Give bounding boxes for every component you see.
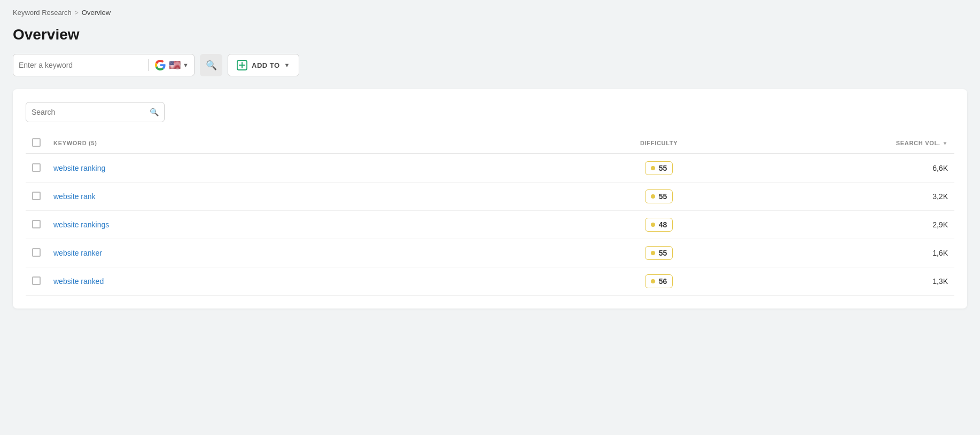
row-checkbox-3[interactable] [32,248,41,257]
table-row: website rankings 48 2,9K [26,211,954,239]
flag-emoji: 🇺🇸 [169,59,181,71]
row-difficulty-cell: 56 [545,267,772,296]
keywords-table: KEYWORD (5) DIFFICULTY SEARCH VOL. ▼ [26,133,954,296]
add-to-label: ADD TO [252,61,280,69]
keyword-divider [148,59,149,71]
row-checkbox-0[interactable] [32,163,41,172]
table-row: website rank 55 3,2K [26,183,954,211]
th-search-vol[interactable]: SEARCH VOL. ▼ [773,133,954,154]
row-keyword-cell: website rank [47,183,545,211]
keyword-link-4[interactable]: website ranked [53,277,104,286]
difficulty-badge-3: 55 [645,246,673,260]
row-keyword-cell: website ranked [47,267,545,296]
search-bar-row: 🇺🇸 ▼ 🔍 ADD TO ▼ [13,54,967,76]
row-searchvol-cell: 2,9K [773,211,954,239]
search-vol-value-1: 3,2K [932,192,948,201]
table-row: website ranker 55 1,6K [26,239,954,267]
breadcrumb-root[interactable]: Keyword Research [13,9,72,17]
table-search-input[interactable] [32,108,145,116]
row-keyword-cell: website ranking [47,154,545,183]
search-vol-value-2: 2,9K [932,220,948,229]
breadcrumb: Keyword Research > Overview [13,9,967,17]
table-row: website ranked 56 1,3K [26,267,954,296]
add-to-button[interactable]: ADD TO ▼ [228,54,299,76]
search-vol-value-3: 1,6K [932,249,948,257]
row-difficulty-cell: 55 [545,183,772,211]
difficulty-badge-0: 55 [645,161,673,175]
difficulty-dot-3 [651,251,655,255]
row-difficulty-cell: 55 [545,239,772,267]
add-to-chevron-icon: ▼ [284,62,290,68]
table-search-wrapper: 🔍 [26,102,165,122]
search-button[interactable]: 🔍 [200,54,222,76]
row-checkbox-cell [26,183,47,211]
row-keyword-cell: website ranker [47,239,545,267]
row-checkbox-2[interactable] [32,220,41,228]
keyword-input-wrapper: 🇺🇸 ▼ [13,54,195,76]
row-difficulty-cell: 48 [545,211,772,239]
keyword-input[interactable] [19,61,142,69]
row-checkbox-cell [26,267,47,296]
row-checkbox-1[interactable] [32,192,41,200]
table-search-row: 🔍 [26,102,954,122]
row-searchvol-cell: 3,2K [773,183,954,211]
flag-selector[interactable]: 🇺🇸 ▼ [169,59,189,71]
row-checkbox-cell [26,239,47,267]
search-magnifier-icon: 🔍 [206,60,217,71]
row-checkbox-cell [26,154,47,183]
page-title: Overview [13,26,967,43]
keyword-link-1[interactable]: website rank [53,192,96,201]
select-all-checkbox[interactable] [32,138,41,147]
row-difficulty-cell: 55 [545,154,772,183]
difficulty-badge-2: 48 [645,218,673,232]
difficulty-badge-4: 56 [645,274,673,288]
google-icon [155,60,166,70]
search-vol-value-0: 6,6K [932,164,948,172]
flag-chevron-icon: ▼ [183,62,189,68]
table-search-icon: 🔍 [150,108,159,116]
breadcrumb-current: Overview [82,9,111,17]
difficulty-dot-0 [651,166,655,170]
table-row: website ranking 55 6,6K [26,154,954,183]
th-difficulty: DIFFICULTY [545,133,772,154]
row-checkbox-4[interactable] [32,276,41,285]
keyword-link-2[interactable]: website rankings [53,220,109,229]
sort-icon: ▼ [942,140,948,146]
difficulty-badge-1: 55 [645,189,673,203]
row-checkbox-cell [26,211,47,239]
keyword-link-0[interactable]: website ranking [53,164,105,172]
row-searchvol-cell: 1,3K [773,267,954,296]
row-keyword-cell: website rankings [47,211,545,239]
row-searchvol-cell: 1,6K [773,239,954,267]
difficulty-dot-1 [651,194,655,199]
row-searchvol-cell: 6,6K [773,154,954,183]
difficulty-dot-2 [651,223,655,227]
difficulty-dot-4 [651,279,655,283]
main-card: 🔍 KEYWORD (5) DIFFICULTY [13,89,967,309]
breadcrumb-separator: > [75,9,79,17]
th-keyword: KEYWORD (5) [47,133,545,154]
add-to-plus-icon [237,60,247,70]
th-checkbox [26,133,47,154]
keyword-link-3[interactable]: website ranker [53,249,102,257]
search-vol-value-4: 1,3K [932,277,948,286]
